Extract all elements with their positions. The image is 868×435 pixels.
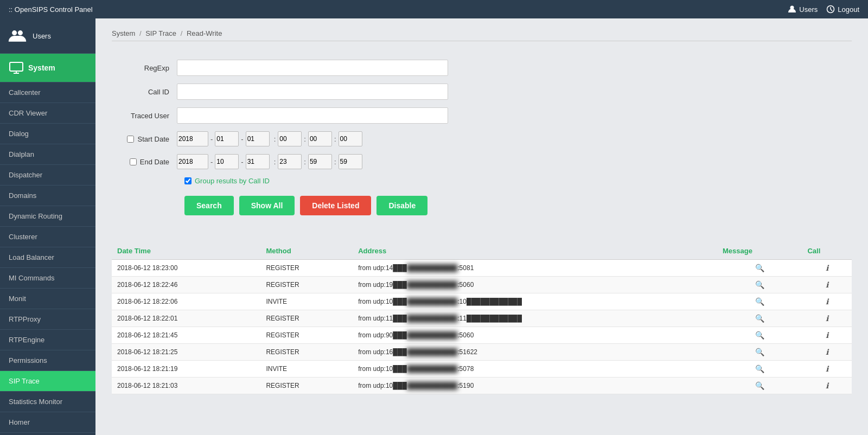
cell-call[interactable]: ℹ (802, 327, 852, 344)
sidebar-item-rtpengine[interactable]: RTPEngine (0, 330, 95, 350)
end-month-select[interactable]: 100112 (215, 154, 239, 169)
sidebar-item-rtpproxy[interactable]: RTPProxy (0, 309, 95, 330)
sidebar-item-monit[interactable]: Monit (0, 289, 95, 309)
cell-message[interactable]: 🔍 (717, 293, 802, 310)
enddate-label-container: End Date (112, 158, 177, 166)
cell-message[interactable]: 🔍 (717, 310, 802, 327)
cell-message[interactable]: 🔍 (717, 277, 802, 293)
enddate-row: End Date 201820172019 - 100112 - 310115 … (112, 154, 852, 169)
cell-call[interactable]: ℹ (802, 344, 852, 361)
search-button[interactable]: Search (184, 196, 234, 215)
start-day-select[interactable]: 011531 (246, 131, 270, 146)
breadcrumb-separator: / (137, 29, 143, 37)
end-year-select[interactable]: 201820172019 (177, 154, 208, 169)
message-icon-button[interactable]: 🔍 (755, 297, 764, 306)
end-day-select[interactable]: 310115 (246, 154, 270, 169)
sidebar-item-system[interactable]: System (0, 54, 95, 82)
call-info-icon-button[interactable]: ℹ (826, 314, 828, 323)
cell-datetime: 2018-06-12 18:22:46 (112, 277, 260, 293)
sidebar-users-section[interactable]: Users (0, 18, 95, 54)
sidebar-item-permissions[interactable]: Permissions (0, 350, 95, 371)
group-label[interactable]: Group results by Call ID (184, 177, 270, 185)
table-row: 2018-06-12 18:21:45REGISTERfrom udp:90██… (112, 327, 852, 344)
table-row: 2018-06-12 18:22:06INVITEfrom udp:10████… (112, 293, 852, 310)
sidebar-item-tls-management[interactable]: TLS Management (0, 433, 95, 435)
sidebar-item-clusterer[interactable]: Clusterer (0, 227, 95, 247)
cell-call[interactable]: ℹ (802, 310, 852, 327)
sidebar-item-mi-commands[interactable]: MI Commands (0, 268, 95, 289)
sidebar-item-dispatcher[interactable]: Dispatcher (0, 165, 95, 185)
cell-method: REGISTER (260, 327, 353, 344)
svg-rect-6 (10, 62, 23, 71)
start-min-select[interactable]: 003059 (308, 131, 332, 146)
group-row: Group results by Call ID (112, 177, 852, 185)
sidebar-item-dialog[interactable]: Dialog (0, 124, 95, 144)
cell-call[interactable]: ℹ (802, 260, 852, 277)
message-icon-button[interactable]: 🔍 (755, 280, 764, 289)
startdate-checkbox[interactable] (127, 136, 134, 143)
call-info-icon-button[interactable]: ℹ (826, 364, 828, 373)
traceduser-input[interactable] (177, 107, 448, 124)
cell-message[interactable]: 🔍 (717, 260, 802, 277)
cell-message[interactable]: 🔍 (717, 327, 802, 344)
end-sec-select[interactable]: 590030 (339, 154, 362, 169)
sidebar-item-label-statistics-monitor: Statistics Monitor (9, 398, 62, 406)
message-icon-button[interactable]: 🔍 (755, 348, 764, 356)
sidebar-item-label-sip-trace: SIP Trace (9, 377, 40, 385)
sidebar-item-load-balancer[interactable]: Load Balancer (0, 247, 95, 268)
cell-call[interactable]: ℹ (802, 361, 852, 378)
call-info-icon-button[interactable]: ℹ (826, 348, 828, 356)
call-info-icon-button[interactable]: ℹ (826, 297, 828, 306)
sidebar-item-dialplan[interactable]: Dialplan (0, 144, 95, 165)
delete-listed-button[interactable]: Delete Listed (300, 196, 371, 215)
start-month-select[interactable]: 010203040506070809101112 (215, 131, 239, 146)
cell-call[interactable]: ℹ (802, 378, 852, 394)
cell-message[interactable]: 🔍 (717, 361, 802, 378)
regexp-input[interactable] (177, 60, 448, 76)
cell-address: from udp:14██████████████:5081 (353, 260, 717, 277)
disable-button[interactable]: Disable (376, 196, 427, 215)
results-table: Date TimeMethodAddressMessageCall 2018-0… (112, 242, 852, 394)
logout-link[interactable]: Logout (826, 5, 859, 14)
show-all-button[interactable]: Show All (239, 196, 295, 215)
sidebar-item-domains[interactable]: Domains (0, 185, 95, 206)
message-icon-button[interactable]: 🔍 (755, 331, 764, 340)
users-top-link[interactable]: Users (788, 5, 818, 14)
start-hour-select[interactable]: 001223 (278, 131, 302, 146)
col-header-method: Method (260, 242, 353, 260)
call-info-icon-button[interactable]: ℹ (826, 331, 828, 340)
call-info-icon-button[interactable]: ℹ (826, 264, 828, 272)
cell-message[interactable]: 🔍 (717, 344, 802, 361)
sidebar-item-statistics-monitor[interactable]: Statistics Monitor (0, 392, 95, 412)
sidebar-item-sip-trace[interactable]: SIP Trace (0, 371, 95, 392)
sidebar-item-cdr-viewer[interactable]: CDR Viewer (0, 103, 95, 124)
call-info-icon-button[interactable]: ℹ (826, 280, 828, 289)
system-icon (9, 60, 24, 75)
table-header: Date TimeMethodAddressMessageCall (112, 242, 852, 260)
message-icon-button[interactable]: 🔍 (755, 264, 764, 272)
sidebar-item-dynamic-routing[interactable]: Dynamic Routing (0, 206, 95, 227)
cell-message[interactable]: 🔍 (717, 378, 802, 394)
startdate-label-container: Start Date (112, 135, 177, 143)
start-year-select[interactable]: 201820172019 (177, 131, 208, 146)
traceduser-label: Traced User (112, 112, 177, 120)
callid-label: Call ID (112, 88, 177, 96)
table-row: 2018-06-12 18:22:01REGISTERfrom udp:11██… (112, 310, 852, 327)
top-actions: Users Logout (788, 5, 859, 14)
end-hour-select[interactable]: 230012 (278, 154, 302, 169)
cell-method: INVITE (260, 293, 353, 310)
message-icon-button[interactable]: 🔍 (755, 381, 764, 390)
cell-method: REGISTER (260, 277, 353, 293)
message-icon-button[interactable]: 🔍 (755, 314, 764, 323)
sidebar-item-homer[interactable]: Homer (0, 412, 95, 433)
end-min-select[interactable]: 590030 (308, 154, 332, 169)
callid-input[interactable] (177, 84, 448, 100)
group-checkbox[interactable] (184, 177, 192, 184)
sidebar-item-callcenter[interactable]: Callcenter (0, 82, 95, 103)
cell-call[interactable]: ℹ (802, 293, 852, 310)
start-sec-select[interactable]: 003059 (339, 131, 362, 146)
enddate-checkbox[interactable] (130, 158, 137, 165)
call-info-icon-button[interactable]: ℹ (826, 381, 828, 390)
cell-call[interactable]: ℹ (802, 277, 852, 293)
message-icon-button[interactable]: 🔍 (755, 364, 764, 373)
